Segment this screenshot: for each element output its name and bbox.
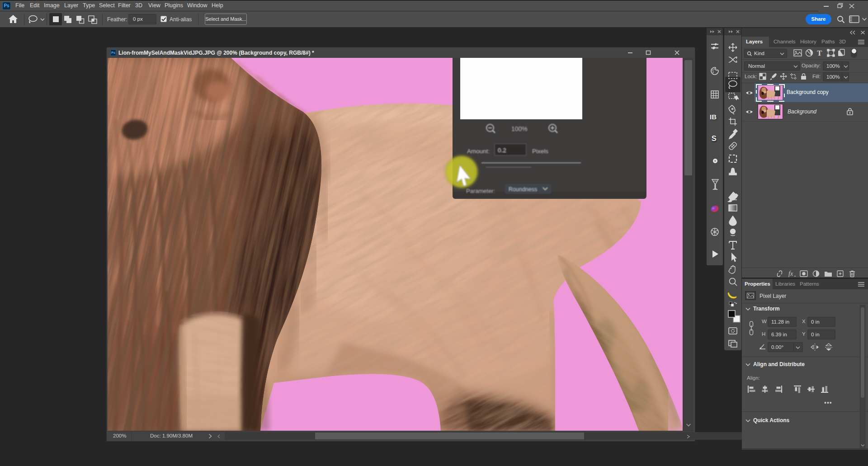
svg-text:Amount:: Amount: xyxy=(467,148,490,155)
svg-text:0.2: 0.2 xyxy=(498,147,506,154)
svg-text:Roundness: Roundness xyxy=(509,186,537,193)
svg-text:fx: fx xyxy=(788,270,793,277)
svg-text:100%: 100% xyxy=(511,125,528,132)
svg-text:T: T xyxy=(817,49,822,57)
svg-text:Parameter:: Parameter: xyxy=(466,188,495,194)
svg-text:Pixels: Pixels xyxy=(532,148,548,155)
